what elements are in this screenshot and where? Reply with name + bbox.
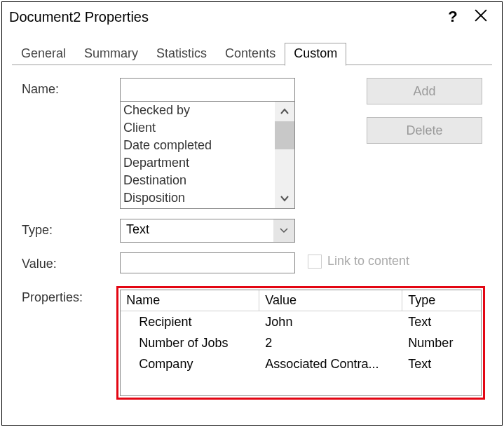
chevron-down-icon [280,228,288,233]
cell-type: Number [402,336,481,351]
tab-strip: General Summary Statistics Contents Cust… [12,41,492,65]
properties-table-highlight: Name Value Type Recipient John Text Numb… [116,286,485,400]
tab-summary[interactable]: Summary [75,43,147,65]
value-label: Value: [22,252,120,271]
link-to-content-label: Link to content [327,254,409,269]
tab-statistics[interactable]: Statistics [147,43,216,65]
col-header-name[interactable]: Name [121,290,259,311]
delete-button[interactable]: Delete [367,117,482,144]
window-title: Document2 Properties [9,9,439,25]
list-item[interactable]: Department [123,154,292,172]
scroll-up-button[interactable] [275,102,294,121]
col-header-value[interactable]: Value [259,290,402,311]
properties-dialog: Document2 Properties ? General Summary S… [1,1,503,426]
table-row[interactable]: Recipient John Text [121,311,481,332]
cell-name: Company [121,357,259,372]
name-listbox[interactable]: Checked by Client Date completed Departm… [120,101,295,209]
list-item[interactable]: Checked by [123,102,292,119]
scroll-down-button[interactable] [275,189,294,208]
list-item[interactable]: Disposition [123,189,292,207]
name-input[interactable] [120,78,295,102]
tab-general[interactable]: General [12,43,75,65]
properties-label: Properties: [22,286,119,305]
tab-custom[interactable]: Custom [285,43,346,66]
name-list-body: Checked by Client Date completed Departm… [121,102,294,207]
name-label: Name: [22,78,120,97]
chevron-down-icon [280,195,290,202]
type-select[interactable]: Text [120,219,295,243]
chevron-up-icon [280,108,290,115]
close-icon [475,9,487,22]
cell-value: John [259,315,402,330]
table-row[interactable]: Number of Jobs 2 Number [121,332,481,353]
cell-type: Text [402,357,481,372]
scroll-thumb[interactable] [275,121,294,149]
col-header-type[interactable]: Type [402,290,481,311]
link-to-content-checkbox [308,255,322,269]
cell-name: Number of Jobs [121,336,259,351]
value-input[interactable] [120,252,295,273]
link-to-content-wrap: Link to content [308,252,409,269]
table-header: Name Value Type [121,290,481,311]
list-item[interactable]: Client [123,119,292,137]
tab-contents[interactable]: Contents [216,43,285,65]
close-button[interactable] [467,9,495,25]
type-select-button[interactable] [273,219,294,242]
cell-name: Recipient [121,315,259,330]
cell-value: 2 [259,336,402,351]
help-button[interactable]: ? [439,8,467,26]
titlebar: Document2 Properties ? [2,2,502,32]
table-row[interactable]: Company Associated Contra... Text [121,353,481,374]
type-label: Type: [22,219,120,238]
list-item[interactable]: Date completed [123,137,292,154]
cell-type: Text [402,315,481,330]
cell-value: Associated Contra... [259,357,402,372]
list-item[interactable]: Destination [123,172,292,189]
add-button[interactable]: Add [367,78,482,104]
type-select-value: Text [121,219,273,242]
properties-table[interactable]: Name Value Type Recipient John Text Numb… [120,290,482,396]
scrollbar[interactable] [275,102,294,208]
